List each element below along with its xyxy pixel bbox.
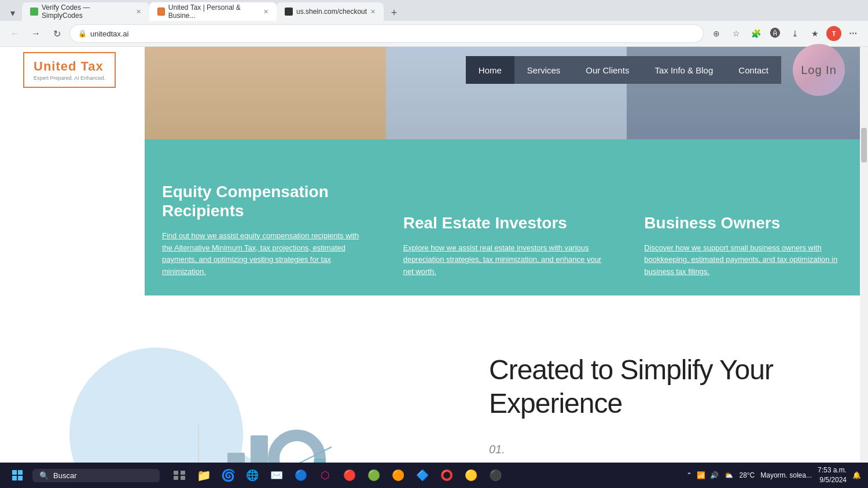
browser-chrome: ▾ Verify Codes — SimplyCodes ✕ United Ta… (0, 0, 868, 47)
toolbar-actions: ⊕ ☆ 🧩 🅐 ⤓ ★ T ⋯ (708, 25, 861, 42)
weather-desc: Mayorm. solea... (760, 471, 812, 479)
tab-3[interactable]: us.shein.com/checkout ✕ (277, 2, 384, 21)
weather-temp: 28°C (739, 471, 755, 479)
tab-2-favicon (157, 8, 165, 16)
tab-1-title: Verify Codes — SimplyCodes (42, 3, 133, 20)
user-profile-button[interactable]: T (826, 26, 841, 41)
nav-services[interactable]: Services (514, 56, 573, 84)
svg-rect-15 (181, 476, 185, 480)
step-number: 01. (489, 443, 833, 456)
more-button[interactable]: ⋯ (845, 25, 861, 42)
tab-2-title: United Tax | Personal & Busine... (168, 3, 260, 20)
card-real-estate-title: Real Estate Investors (403, 213, 610, 233)
svg-rect-10 (12, 476, 17, 480)
url-bar[interactable]: 🔒 unitedtax.ai (69, 24, 704, 43)
taskbar-app9[interactable]: ⚫ (485, 465, 506, 486)
url-text: unitedtax.ai (90, 29, 129, 38)
scrollbar[interactable] (860, 47, 868, 488)
nav-home[interactable]: Home (466, 56, 514, 84)
tab-1-close[interactable]: ✕ (136, 8, 141, 16)
taskbar-right: ⌃ 📶 🔊 ⛅ 28°C Mayorm. solea... 7:53 a.m. … (686, 465, 861, 485)
logo-subtitle: Expert Prepared. AI Enhanced. (34, 75, 105, 81)
svg-rect-13 (181, 471, 185, 475)
taskbar-system-icons: ⌃ 📶 🔊 (686, 471, 719, 479)
card-real-estate-link[interactable]: Explore how we assist real estate invest… (403, 242, 610, 278)
translate-button[interactable]: ⊕ (708, 25, 724, 42)
taskbar-apps: 📁 🌀 🌐 ✉️ 🔵 ⬡ 🔴 🟢 🟠 🔷 ⭕ (169, 465, 506, 486)
simplify-title: Created to Simplify Your Experience (489, 353, 833, 420)
tab-3-favicon (285, 8, 293, 16)
svg-rect-11 (18, 476, 23, 480)
taskbar-chrome2[interactable]: 🔵 (290, 465, 311, 486)
tab-2-close[interactable]: ✕ (263, 8, 269, 16)
tab-bar: ▾ Verify Codes — SimplyCodes ✕ United Ta… (0, 0, 868, 21)
taskbar-app2[interactable]: ⬡ (315, 465, 336, 486)
tab-3-title: us.shein.com/checkout (296, 8, 367, 16)
browser-toolbar: ← → ↻ 🔒 unitedtax.ai ⊕ ☆ 🧩 🅐 ⤓ ★ T ⋯ (0, 21, 868, 46)
profile-icon[interactable]: 🅐 (767, 25, 784, 42)
card-business-link[interactable]: Discover how we support small business o… (644, 242, 851, 278)
favorites-button[interactable]: ★ (807, 25, 823, 42)
simplify-section: Created to Simplify Your Experience 01. … (0, 295, 868, 488)
star-button[interactable]: ☆ (728, 25, 744, 42)
taskbar-edge[interactable]: 🌀 (218, 465, 238, 486)
notification-icon[interactable]: 🔔 (852, 471, 861, 479)
tab-1-favicon (30, 8, 38, 16)
back-button[interactable]: ← (7, 25, 23, 42)
extensions-button[interactable]: 🧩 (748, 25, 764, 42)
card-equity-title: Equity Compensation Recipients (162, 182, 369, 221)
logo-text: United Tax (34, 59, 105, 74)
weather-icon: ⛅ (724, 471, 733, 479)
tab-2[interactable]: United Tax | Personal & Busine... ✕ (149, 2, 277, 21)
taskbar-app7[interactable]: ⭕ (436, 465, 457, 486)
volume-icon[interactable]: 🔊 (710, 471, 719, 479)
add-tab-button[interactable]: + (386, 5, 402, 21)
taskbar-app8[interactable]: 🟡 (461, 465, 481, 486)
taskbar-app4[interactable]: 🟢 (363, 465, 384, 486)
tab-3-close[interactable]: ✕ (370, 8, 376, 16)
task-view-icon (173, 470, 186, 480)
logo[interactable]: United Tax Expert Prepared. AI Enhanced. (23, 52, 116, 88)
taskbar-chrome[interactable]: 🌐 (242, 465, 263, 486)
taskbar-explorer[interactable]: 📁 (193, 465, 214, 486)
scrollbar-thumb[interactable] (861, 128, 867, 162)
navbar: United Tax Expert Prepared. AI Enhanced.… (0, 47, 868, 93)
taskbar-app3[interactable]: 🔴 (339, 465, 360, 486)
taskbar-app5[interactable]: 🟠 (388, 465, 409, 486)
windows-icon (12, 469, 23, 481)
start-button[interactable] (7, 465, 28, 486)
nav-contact[interactable]: Contact (726, 56, 781, 84)
tab-1[interactable]: Verify Codes — SimplyCodes ✕ (22, 2, 149, 21)
tab-dropdown-btn[interactable]: ▾ (5, 5, 21, 21)
page-content: United Tax Expert Prepared. AI Enhanced.… (0, 47, 868, 488)
taskbar-task-view[interactable] (169, 465, 190, 486)
time-display: 7:53 a.m. (818, 465, 847, 475)
svg-rect-12 (174, 471, 178, 475)
refresh-button[interactable]: ↻ (49, 25, 65, 42)
svg-rect-8 (12, 470, 17, 475)
nav-our-clients[interactable]: Our Clients (573, 56, 642, 84)
search-icon: 🔍 (39, 471, 49, 480)
taskbar: 🔍 Buscar 📁 🌀 🌐 ✉️ 🔵 ⬡ (0, 463, 868, 488)
nav-tax-info-blog[interactable]: Tax Info & Blog (642, 56, 726, 84)
svg-rect-14 (174, 476, 178, 480)
taskbar-mail[interactable]: ✉️ (266, 465, 287, 486)
taskbar-search[interactable]: 🔍 Buscar (32, 469, 160, 482)
card-business-title: Business Owners (644, 213, 851, 233)
taskbar-clock[interactable]: 7:53 a.m. 9/5/2024 (818, 465, 847, 485)
svg-rect-9 (18, 470, 23, 475)
search-placeholder: Buscar (53, 471, 76, 480)
nav-menu: Home Services Our Clients Tax Info & Blo… (466, 56, 781, 84)
lock-icon: 🔒 (78, 29, 87, 38)
downloads-button[interactable]: ⤓ (787, 25, 803, 42)
forward-button[interactable]: → (28, 25, 44, 42)
taskbar-app6[interactable]: 🔷 (412, 465, 433, 486)
chevron-up-icon[interactable]: ⌃ (686, 471, 692, 479)
card-equity-link[interactable]: Find out how we assist equity compensati… (162, 230, 369, 278)
date-display: 9/5/2024 (818, 475, 847, 485)
network-icon[interactable]: 📶 (697, 471, 705, 479)
login-button[interactable]: Log In (793, 44, 845, 96)
